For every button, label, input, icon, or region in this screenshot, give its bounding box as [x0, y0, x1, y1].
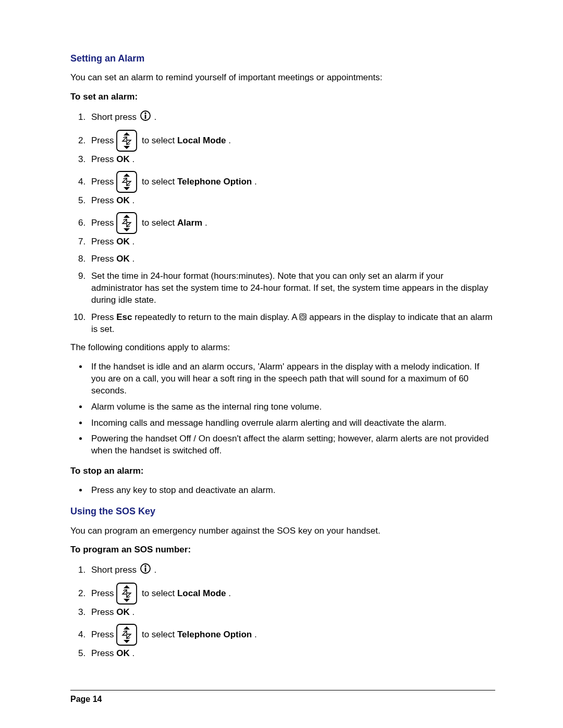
step-text: . — [228, 588, 231, 598]
steps-set-alarm: Short press . Press to select Local Mode… — [70, 110, 495, 336]
step-text: to select — [142, 177, 177, 187]
nav-icon — [116, 624, 139, 646]
step-8: Press OK . — [88, 253, 495, 265]
step-bold: Esc — [116, 312, 132, 322]
list-item: Powering the handset Off / On doesn't af… — [88, 433, 495, 457]
step-text: . — [132, 607, 134, 617]
list-item: Incoming calls and message handling over… — [88, 417, 495, 429]
step-text: Press — [91, 254, 116, 264]
step-1: Short press . — [88, 110, 495, 125]
step-bold: OK — [116, 254, 130, 264]
step-text: . — [205, 218, 207, 228]
stop-list: Press any key to stop and deactivate an … — [70, 485, 495, 497]
step-text: to select — [142, 588, 177, 598]
step-text: . — [132, 195, 134, 205]
step-text: Press — [91, 154, 116, 164]
step-7: Press OK . — [88, 236, 495, 248]
step-text: Press — [91, 195, 116, 205]
list-item: Alarm volume is the same as the internal… — [88, 401, 495, 413]
nav-icon — [116, 130, 139, 152]
step-text: Short press — [91, 565, 139, 575]
step-3: Press OK . — [88, 607, 495, 619]
step-text: Short press — [91, 112, 139, 122]
step-text: to select — [142, 135, 177, 145]
step-9: Set the time in 24-hour format (hours:mi… — [88, 270, 495, 306]
step-text: Press — [91, 237, 116, 246]
nav-icon — [116, 583, 139, 604]
step-text: . — [132, 648, 134, 658]
step-2: Press to select Local Mode . — [88, 130, 495, 152]
step-bold: OK — [116, 648, 130, 658]
heading-setting-alarm: Setting an Alarm — [70, 52, 495, 65]
step-bold: Telephone Option — [177, 630, 252, 639]
step-text: Press — [91, 135, 116, 145]
step-4: Press to select Telephone Option . — [88, 171, 495, 193]
step-text: to select — [142, 218, 177, 228]
step-2: Press to select Local Mode . — [88, 583, 495, 604]
step-text: . — [132, 254, 134, 264]
step-text: . — [132, 154, 134, 164]
step-10: Press Esc repeatedly to return to the ma… — [88, 312, 495, 336]
info-icon — [139, 563, 152, 577]
step-text: . — [228, 135, 231, 145]
footer-rule — [70, 690, 495, 690]
nav-icon — [116, 212, 139, 234]
step-bold: Local Mode — [177, 135, 226, 145]
intro-setting-alarm: You can set an alarm to remind yourself … — [70, 72, 495, 84]
step-5: Press OK . — [88, 648, 495, 660]
step-3: Press OK . — [88, 154, 495, 166]
subhead-program-sos: To program an SOS number: — [70, 544, 495, 556]
info-icon — [139, 110, 152, 125]
step-text: Press — [91, 648, 116, 658]
step-text: repeatedly to return to the main display… — [134, 312, 299, 322]
step-text: Press — [91, 218, 116, 228]
step-6: Press to select Alarm . — [88, 212, 495, 234]
subhead-stop-alarm: To stop an alarm: — [70, 465, 495, 477]
step-bold: OK — [116, 195, 130, 205]
step-bold: OK — [116, 237, 130, 246]
conditions-list: If the handset is idle and an alarm occu… — [70, 361, 495, 458]
step-bold: Telephone Option — [177, 177, 252, 187]
step-text: . — [154, 112, 156, 122]
conditions-intro: The following conditions apply to alarms… — [70, 342, 495, 354]
document-page: Setting an Alarm You can set an alarm to… — [0, 0, 563, 728]
clock-icon — [299, 312, 307, 324]
list-item: If the handset is idle and an alarm occu… — [88, 361, 495, 397]
step-text: Press — [91, 588, 116, 598]
steps-sos: Short press . Press to select Local Mode… — [70, 563, 495, 660]
step-text: . — [132, 237, 134, 246]
step-bold: OK — [116, 607, 130, 617]
step-bold: Local Mode — [177, 588, 226, 598]
step-text: to select — [142, 630, 177, 639]
step-bold: Alarm — [177, 218, 202, 228]
step-text: Press — [91, 630, 116, 639]
step-bold: OK — [116, 154, 130, 164]
step-5: Press OK . — [88, 195, 495, 207]
step-text: . — [254, 177, 257, 187]
page-number: Page 14 — [70, 694, 102, 705]
step-4: Press to select Telephone Option . — [88, 624, 495, 646]
step-text: . — [154, 565, 156, 575]
subhead-set-alarm: To set an alarm: — [70, 91, 495, 103]
step-1: Short press . — [88, 563, 495, 577]
step-text: Press — [91, 177, 116, 187]
step-text: . — [254, 630, 257, 639]
heading-sos-key: Using the SOS Key — [70, 505, 495, 517]
nav-icon — [116, 171, 139, 193]
intro-sos: You can program an emergency number agai… — [70, 525, 495, 537]
step-text: Press — [91, 312, 116, 322]
list-item: Press any key to stop and deactivate an … — [88, 485, 495, 497]
step-text: Press — [91, 607, 116, 617]
